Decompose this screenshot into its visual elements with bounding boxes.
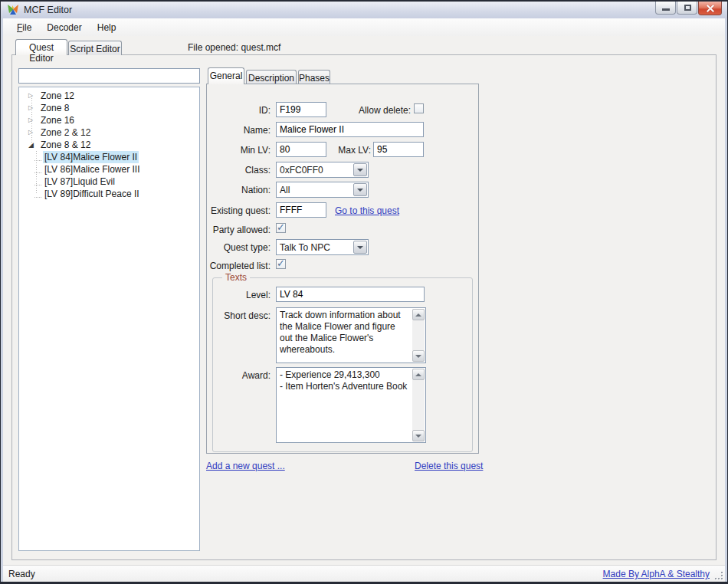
quest-filter-input[interactable]	[18, 68, 200, 84]
texts-group-title: Texts	[222, 272, 250, 283]
menu-item-help[interactable]: Help	[90, 20, 124, 35]
arrow-down-icon	[415, 435, 421, 438]
app-window: MCF Editor File Decoder Help Quest Edito…	[0, 0, 728, 584]
credit-link[interactable]: Made By AlphA & Stealthy	[603, 569, 710, 579]
expand-icon[interactable]: ▷	[28, 116, 36, 124]
completed-list-checkbox[interactable]	[276, 259, 286, 269]
menu-item-decoder[interactable]: Decoder	[39, 20, 89, 35]
tree-item-zone-8-and-12[interactable]: ◢ Zone 8 & 12	[19, 139, 199, 151]
chevron-down-icon	[357, 169, 363, 172]
level-label: Level:	[208, 290, 271, 300]
scrollbar[interactable]	[412, 309, 425, 362]
window-title: MCF Editor	[24, 5, 72, 15]
status-text: Ready	[8, 569, 35, 579]
party-allowed-checkbox[interactable]	[276, 223, 286, 233]
close-icon	[706, 4, 715, 13]
expand-icon[interactable]: ▷	[28, 92, 36, 100]
dropdown-button[interactable]	[353, 241, 367, 254]
dropdown-button[interactable]	[353, 183, 367, 196]
app-body: File Decoder Help Quest Editor Script Ed…	[3, 18, 725, 582]
tree-item-lv89-difficult-peace-ii[interactable]: [LV 89]Difficult Peace II	[19, 188, 199, 200]
scroll-up-button[interactable]	[412, 369, 425, 380]
max-lv-label: Max LV:	[335, 145, 371, 156]
tree-branch-stub	[34, 166, 41, 173]
collapse-icon[interactable]: ◢	[28, 141, 36, 149]
party-allowed-label: Party allowed:	[208, 225, 271, 235]
tab-general[interactable]: General	[208, 67, 244, 84]
tab-quest-editor[interactable]: Quest Editor	[15, 39, 67, 55]
close-button[interactable]	[698, 2, 722, 15]
nation-select[interactable]: All	[276, 182, 369, 198]
maximize-button[interactable]	[677, 2, 697, 15]
class-label: Class:	[208, 165, 271, 176]
quest-tree: ▷ Zone 12 ▷ Zone 8 ▷ Zone 16 ▷ Zone 2 & …	[18, 87, 200, 551]
tab-script-editor[interactable]: Script Editor	[68, 41, 122, 55]
tree-item-lv87-liquid-evil[interactable]: [LV 87]Liquid Evil	[19, 176, 199, 188]
min-lv-field[interactable]	[276, 142, 326, 157]
existing-quest-field[interactable]	[276, 202, 326, 218]
chevron-down-icon	[357, 189, 363, 192]
name-label: Name:	[208, 125, 271, 136]
name-field[interactable]	[276, 122, 424, 137]
tree-item-zone-12[interactable]: ▷ Zone 12	[19, 90, 199, 102]
arrow-up-icon	[415, 373, 421, 376]
id-label: ID:	[208, 105, 271, 116]
max-lv-field[interactable]	[373, 142, 424, 157]
scroll-up-button[interactable]	[412, 309, 425, 320]
minimize-button[interactable]	[655, 2, 676, 15]
menu-bar: File Decoder Help	[3, 18, 725, 36]
tree-item-zone-8[interactable]: ▷ Zone 8	[19, 102, 199, 114]
scroll-down-button[interactable]	[412, 430, 425, 441]
short-desc-textarea[interactable]: Track down information about the Malice …	[276, 307, 426, 363]
add-quest-link[interactable]: Add a new quest ...	[206, 461, 285, 471]
delete-quest-link[interactable]: Delete this quest	[415, 461, 483, 471]
short-desc-label: Short desc:	[208, 310, 271, 321]
resize-grip[interactable]	[715, 572, 723, 579]
existing-quest-label: Existing quest:	[208, 205, 271, 216]
nation-label: Nation:	[208, 185, 271, 195]
tree-item-zone-2-and-12[interactable]: ▷ Zone 2 & 12	[19, 126, 199, 139]
min-lv-label: Min LV:	[208, 145, 271, 156]
allow-delete-label: Allow delete:	[345, 105, 411, 116]
tree-item-lv84-malice-flower-ii[interactable]: [LV 84]Malice Flower II	[19, 151, 199, 163]
tree-item-lv86-malice-flower-iii[interactable]: [LV 86]Malice Flower III	[19, 163, 199, 176]
expand-icon[interactable]: ▷	[28, 104, 36, 112]
dropdown-button[interactable]	[353, 163, 367, 176]
file-opened-status: File opened: quest.mcf	[188, 42, 280, 53]
app-logo-icon	[7, 4, 19, 16]
tree-branch-stub	[34, 191, 41, 198]
status-bar: Ready Made By AlphA & Stealthy	[3, 565, 725, 582]
tree-item-zone-16[interactable]: ▷ Zone 16	[19, 114, 199, 126]
tab-phases[interactable]: Phases	[298, 70, 330, 84]
goto-quest-link[interactable]: Go to this quest	[335, 205, 399, 216]
arrow-up-icon	[415, 313, 421, 317]
quest-type-select[interactable]: Talk To NPC	[276, 239, 369, 255]
level-field[interactable]	[276, 287, 425, 302]
arrow-down-icon	[415, 355, 421, 358]
tab-description[interactable]: Description	[246, 70, 297, 84]
quest-type-label: Quest type:	[208, 242, 271, 253]
scrollbar[interactable]	[412, 369, 425, 441]
maximize-icon	[684, 5, 691, 11]
award-textarea[interactable]: - Experience 29,413,300 - Item Horten's …	[276, 367, 426, 443]
tree-branch-stub	[34, 179, 41, 185]
id-field[interactable]	[276, 102, 326, 117]
chevron-down-icon	[357, 246, 363, 249]
menu-item-file[interactable]: File	[9, 20, 39, 35]
class-select[interactable]: 0xFC0FF0	[276, 162, 369, 178]
scroll-down-button[interactable]	[412, 350, 425, 362]
allow-delete-checkbox[interactable]	[414, 103, 424, 113]
title-bar[interactable]: MCF Editor	[1, 2, 727, 18]
completed-list-label: Completed list:	[208, 261, 271, 271]
award-label: Award:	[208, 370, 271, 381]
minimize-icon	[662, 8, 670, 11]
expand-icon[interactable]: ▷	[28, 129, 36, 136]
tree-branch-stub	[34, 154, 41, 161]
